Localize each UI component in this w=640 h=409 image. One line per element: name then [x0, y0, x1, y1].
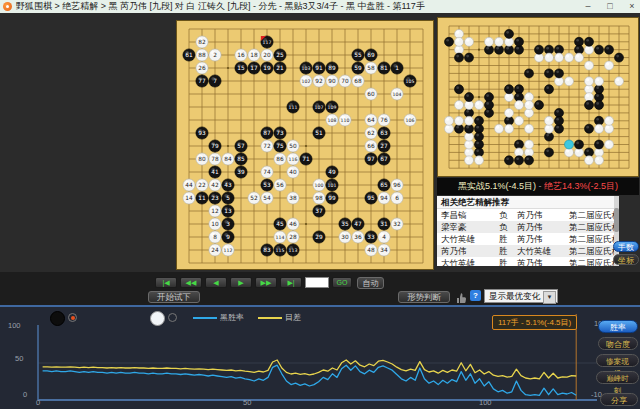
stone: 116	[287, 153, 299, 165]
share-button[interactable]: 分享	[600, 393, 638, 406]
auto-play-button[interactable]: 自动	[357, 277, 384, 289]
stone: 82	[196, 36, 208, 48]
back-1-button[interactable]: ◀	[205, 277, 227, 288]
svg-text:73: 73	[276, 130, 284, 136]
move-tooltip: 117手 - 5.1%(-4.5目)	[492, 315, 577, 330]
mini-go-board[interactable]	[437, 17, 639, 177]
chevron-down-icon[interactable]: ▼	[543, 291, 556, 304]
stone: 42	[209, 179, 221, 191]
svg-text:95: 95	[367, 195, 375, 201]
svg-text:111: 111	[289, 105, 298, 110]
thumbs-up-icon[interactable]	[455, 290, 467, 302]
stone	[455, 85, 464, 94]
svg-text:10: 10	[211, 221, 219, 227]
stone: 117	[261, 36, 273, 48]
svg-text:103: 103	[302, 66, 311, 71]
match-rate-button[interactable]: 吻合度	[598, 337, 638, 350]
start-trial-button[interactable]: 开始试下	[148, 291, 200, 303]
move-numbers-toggle[interactable]: 手数	[613, 241, 639, 252]
related-game-row[interactable]: 梁宰豪负芮乃伟第二届应氏杯八强战	[437, 221, 614, 233]
stone: 19	[261, 62, 273, 74]
related-cell: 第二届应氏杯八强战	[569, 221, 614, 233]
svg-text:68: 68	[354, 78, 362, 84]
stone: 3	[222, 218, 234, 230]
svg-text:113: 113	[289, 248, 298, 253]
stone: 112	[222, 244, 234, 256]
maximize-button[interactable]: □	[603, 0, 617, 12]
stone: 59	[352, 62, 364, 74]
help-icon[interactable]: ?	[470, 290, 481, 301]
stone: 100	[313, 179, 325, 191]
stone: 16	[235, 49, 247, 61]
stone: 101	[326, 179, 338, 191]
related-cell: 大竹英雄	[441, 233, 475, 245]
svg-text:24: 24	[211, 247, 219, 253]
related-cell: 大竹英雄	[441, 257, 475, 266]
stone: 91	[313, 62, 325, 74]
stone: 15	[235, 62, 247, 74]
stone: 37	[313, 205, 325, 217]
stone: 26	[196, 62, 208, 74]
related-cell: 第二届应氏杯半决赛第	[569, 233, 614, 245]
stone	[595, 140, 604, 149]
related-game-row[interactable]: 大竹英雄胜芮乃伟第二届应氏杯半决赛第	[437, 233, 614, 245]
stone: 108	[326, 114, 338, 126]
close-button[interactable]: ×	[625, 0, 639, 12]
svg-text:21: 21	[276, 65, 284, 71]
svg-text:54: 54	[263, 195, 271, 201]
stone: 60	[365, 88, 377, 100]
related-game-row[interactable]: 芮乃伟胜大竹英雄第二届应氏杯半决赛第	[437, 245, 614, 257]
svg-text:34: 34	[380, 247, 388, 253]
blunder-scene-button[interactable]: 惨案现场	[596, 354, 639, 367]
forward-10-button[interactable]: ▶▶	[255, 277, 277, 288]
minimize-button[interactable]: –	[581, 0, 595, 12]
stone	[605, 61, 614, 70]
svg-text:106: 106	[406, 118, 415, 123]
related-game-row[interactable]: 李昌镐负芮乃伟第二届应氏杯十六强战	[437, 209, 614, 221]
winrate-tab-button[interactable]: 胜率	[598, 320, 638, 333]
stone: 40	[287, 166, 299, 178]
svg-text:70: 70	[341, 78, 349, 84]
svg-text:91: 91	[315, 65, 323, 71]
svg-text:26: 26	[198, 65, 206, 71]
last-move-button[interactable]: ▶|	[280, 277, 302, 288]
show-best-variation-dropdown[interactable]: 显示最优变化 ▼	[484, 289, 558, 303]
related-cell: 胜	[499, 233, 508, 245]
stone	[575, 140, 584, 149]
svg-text:32: 32	[393, 221, 401, 227]
svg-text:93: 93	[198, 130, 206, 136]
go-button[interactable]: GO	[332, 277, 352, 288]
related-game-row[interactable]: 大竹英雄胜芮乃伟第二届应氏杯半决赛第	[437, 257, 614, 266]
stone: 113	[287, 244, 299, 256]
svg-text:36: 36	[354, 234, 362, 240]
stone: 38	[287, 192, 299, 204]
forward-1-button[interactable]: ▶	[230, 277, 252, 288]
move-number-input[interactable]	[305, 277, 329, 288]
table-scrollbar-thumb[interactable]	[614, 208, 619, 232]
stone	[535, 101, 544, 110]
situation-judge-button[interactable]: 形势判断	[398, 291, 450, 303]
stone	[585, 37, 594, 46]
stone: 78	[209, 153, 221, 165]
status-separator: -	[539, 181, 542, 191]
stone: 90	[326, 75, 338, 87]
svg-text:49: 49	[328, 169, 336, 175]
peak-moment-button[interactable]: 巅峰时刻	[596, 371, 639, 384]
stone: 89	[326, 62, 338, 74]
stone: 75	[274, 140, 286, 152]
stone: 63	[378, 127, 390, 139]
back-10-button[interactable]: ◀◀	[180, 277, 202, 288]
svg-text:92: 92	[315, 78, 323, 84]
stone	[455, 37, 464, 46]
svg-text:7: 7	[213, 78, 217, 84]
first-move-button[interactable]: |◀	[155, 277, 177, 288]
coords-toggle[interactable]: 坐标	[613, 254, 639, 265]
main-go-board[interactable]: 1234567891011121314151617181920212223242…	[176, 20, 434, 270]
stone: 106	[404, 114, 416, 126]
stone: 1	[391, 62, 403, 74]
related-cell: 芮乃伟	[517, 257, 543, 266]
stone	[465, 93, 474, 102]
stone	[555, 116, 564, 125]
stone	[585, 61, 594, 70]
main-go-board-svg: 1234567891011121314151617181920212223242…	[177, 21, 433, 269]
